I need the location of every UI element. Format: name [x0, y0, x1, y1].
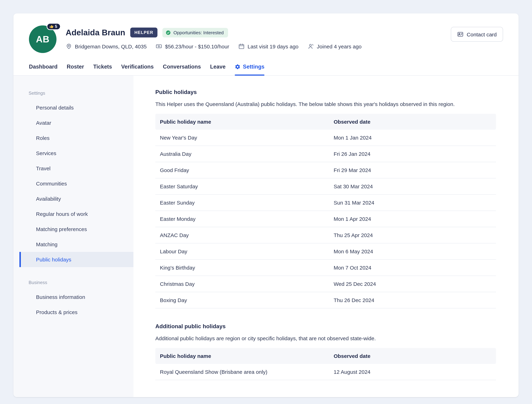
table-cell: Australia Day — [155, 146, 329, 162]
table-cell: Fri 26 Jan 2024 — [329, 146, 496, 162]
meta-text: Joined 4 years ago — [317, 43, 362, 49]
table-cell: Sat 30 Mar 2024 — [329, 178, 496, 195]
sidebar-item-business-information[interactable]: Business information — [13, 289, 133, 305]
sidebar-section-label: Business — [13, 280, 133, 285]
table-row: Easter MondayMon 1 Apr 2024 — [155, 211, 496, 227]
banknote-icon — [156, 43, 162, 49]
meta-text: Last visit 19 days ago — [248, 43, 299, 49]
sidebar-item-matching-preferences[interactable]: Matching preferences — [13, 222, 133, 237]
table-cell: Wed 25 Dec 2024 — [329, 276, 496, 292]
table-header-row: Public holiday nameObserved date — [155, 348, 496, 364]
table-cell: ANZAC Day — [155, 227, 329, 243]
sidebar-item-avatar[interactable]: Avatar — [13, 115, 133, 130]
sidebar-item-availability[interactable]: Availability — [13, 191, 133, 206]
table-row: New Year's DayMon 1 Jan 2024 — [155, 130, 496, 146]
additional-public-holidays-table: Public holiday nameObserved dateRoyal Qu… — [155, 348, 496, 380]
sidebar-item-personal-details[interactable]: Personal details — [13, 100, 133, 115]
sidebar-item-services[interactable]: Services — [13, 146, 133, 161]
tab-bar: DashboardRosterTicketsVerificationsConve… — [13, 61, 519, 76]
meta-text: Bridgeman Downs, QLD, 4035 — [75, 43, 147, 49]
calendar-icon — [239, 43, 245, 49]
table-cell: Fri 29 Mar 2024 — [329, 162, 496, 178]
sidebar-item-public-holidays[interactable]: Public holidays — [19, 252, 133, 267]
table-cell: Easter Sunday — [155, 195, 329, 211]
contact-card-label: Contact card — [467, 31, 497, 37]
additional-public-holidays-section: Additional public holidays Additional pu… — [155, 323, 496, 380]
tab-label: Tickets — [93, 64, 112, 70]
table-cell: Easter Saturday — [155, 178, 329, 195]
meta-item: Last visit 19 days ago — [239, 43, 299, 49]
sidebar-item-communities[interactable]: Communities — [13, 176, 133, 191]
table-cell: Mon 1 Apr 2024 — [329, 211, 496, 227]
avatar: AB 5 — [29, 26, 57, 53]
profile-header-top: AB 5 Adelaida Braun HELPER Opportunities… — [29, 26, 503, 53]
table-cell: Easter Monday — [155, 211, 329, 227]
column-header: Public holiday name — [155, 114, 329, 130]
sidebar-section-label: Settings — [13, 91, 133, 96]
tab-settings[interactable]: Settings — [235, 61, 264, 75]
table-cell: Royal Queensland Show (Brisbane area onl… — [155, 364, 329, 380]
check-circle-icon — [165, 30, 171, 35]
tab-dashboard[interactable]: Dashboard — [29, 61, 57, 75]
tab-label: Roster — [67, 64, 84, 70]
sidebar-item-roles[interactable]: Roles — [13, 130, 133, 146]
helper-name: Adelaida Braun — [66, 28, 125, 37]
table-row: Christmas DayWed 25 Dec 2024 — [155, 276, 496, 292]
meta-item: $56.23/hour - $150.10/hour — [156, 43, 229, 49]
table-cell: King's Birthday — [155, 260, 329, 276]
profile-header: AB 5 Adelaida Braun HELPER Opportunities… — [13, 13, 519, 76]
tab-label: Settings — [243, 64, 264, 70]
sidebar-item-regular-hours-of-work[interactable]: Regular hours of work — [13, 206, 133, 222]
additional-public-holidays-description: Additional public holidays are region or… — [155, 335, 496, 342]
sidebar-item-travel[interactable]: Travel — [13, 161, 133, 176]
table-row: Labour DayMon 6 May 2024 — [155, 243, 496, 260]
tab-verifications[interactable]: Verifications — [121, 61, 154, 75]
tab-roster[interactable]: Roster — [67, 61, 84, 75]
public-holidays-title: Public holidays — [155, 89, 496, 95]
public-holidays-section: Public holidays This Helper uses the Que… — [155, 89, 496, 308]
table-cell: 12 August 2024 — [329, 364, 496, 380]
tab-conversations[interactable]: Conversations — [163, 61, 201, 75]
table-cell: Boxing Day — [155, 292, 329, 308]
tab-label: Conversations — [163, 64, 201, 70]
table-row: King's BirthdayMon 7 Oct 2024 — [155, 260, 496, 276]
table-cell: Sun 31 Mar 2024 — [329, 195, 496, 211]
thumbs-up-icon — [49, 24, 53, 29]
sidebar-item-matching[interactable]: Matching — [13, 237, 133, 252]
page: AB 5 Adelaida Braun HELPER Opportunities… — [0, 0, 532, 404]
public-holidays-description: This Helper uses the Queensland (Austral… — [155, 100, 496, 108]
table-cell: Thu 25 Apr 2024 — [329, 227, 496, 243]
column-header: Public holiday name — [155, 348, 329, 364]
main-content: Public holidays This Helper uses the Que… — [133, 76, 519, 397]
meta-text: $56.23/hour - $150.10/hour — [165, 43, 229, 49]
profile-card: AB 5 Adelaida Braun HELPER Opportunities… — [13, 13, 519, 397]
thumbs-up-count: 5 — [55, 24, 57, 29]
page-body: SettingsPersonal detailsAvatarRolesServi… — [13, 76, 519, 397]
tab-leave[interactable]: Leave — [210, 61, 226, 75]
table-row: Good FridayFri 29 Mar 2024 — [155, 162, 496, 178]
table-cell: Mon 6 May 2024 — [329, 243, 496, 260]
table-row: ANZAC DayThu 25 Apr 2024 — [155, 227, 496, 243]
table-row: Boxing DayThu 26 Dec 2024 — [155, 292, 496, 308]
table-cell: Thu 26 Dec 2024 — [329, 292, 496, 308]
table-cell: New Year's Day — [155, 130, 329, 146]
profile-info: Adelaida Braun HELPER Opportunities: Int… — [66, 26, 362, 49]
tab-label: Dashboard — [29, 64, 57, 70]
person-wave-icon — [308, 43, 314, 49]
sidebar-item-products-prices[interactable]: Products & prices — [13, 305, 133, 320]
profile-meta: Bridgeman Downs, QLD, 4035$56.23/hour - … — [66, 43, 362, 49]
table-cell: Labour Day — [155, 243, 329, 260]
tab-label: Leave — [210, 64, 226, 70]
contact-card-button[interactable]: Contact card — [451, 27, 503, 42]
table-row: Easter SaturdaySat 30 Mar 2024 — [155, 178, 496, 195]
table-row: Royal Queensland Show (Brisbane area onl… — [155, 364, 496, 380]
table-row: Australia DayFri 26 Jan 2024 — [155, 146, 496, 162]
tab-tickets[interactable]: Tickets — [93, 61, 112, 75]
public-holidays-table: Public holiday nameObserved dateNew Year… — [155, 114, 496, 308]
table-cell: Christmas Day — [155, 276, 329, 292]
meta-item: Bridgeman Downs, QLD, 4035 — [66, 43, 147, 49]
table-row: Easter SundaySun 31 Mar 2024 — [155, 195, 496, 211]
column-header: Observed date — [329, 114, 496, 130]
tab-label: Verifications — [121, 64, 154, 70]
additional-public-holidays-title: Additional public holidays — [155, 323, 496, 330]
